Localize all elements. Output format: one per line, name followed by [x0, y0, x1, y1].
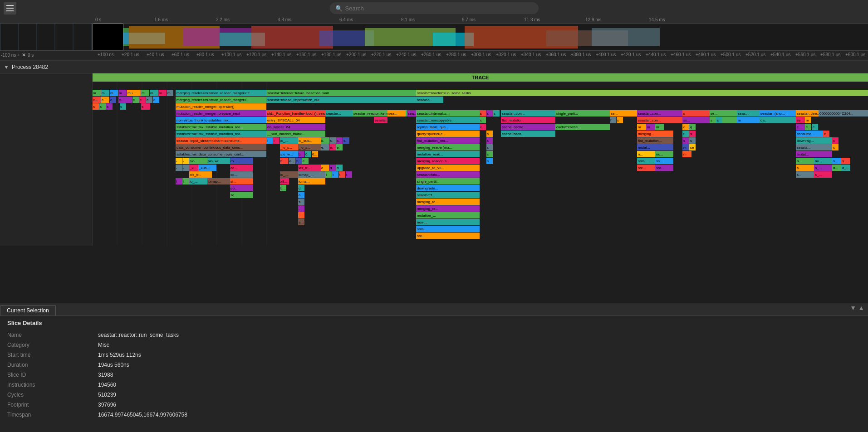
- svg-text:merging_reader_s...: merging_reader_s...: [417, 159, 450, 163]
- svg-text:flat_mutation_rea...: flat_mutation_rea...: [417, 139, 448, 143]
- svg-text:s: s: [487, 146, 489, 150]
- svg-text:seastar::input_stream<char>::c: seastar::input_stream<char>::consume...: [177, 139, 242, 143]
- process-header[interactable]: ▼ Process 28482: [0, 61, 868, 73]
- label-category: Category: [7, 342, 98, 348]
- value-start-time: 1ms 529us 112ns: [98, 352, 141, 358]
- svg-text:m...: m...: [102, 91, 108, 95]
- svg-text:d_...: d_...: [842, 166, 849, 170]
- search-input[interactable]: [345, 5, 533, 12]
- zoom-tick-400us: +400.1 us: [596, 52, 616, 57]
- zoom-tick-180us: +180.1 us: [321, 52, 341, 57]
- svg-text:io_...: io_...: [280, 139, 288, 143]
- svg-text:s: s: [683, 139, 685, 143]
- svg-text:seastar...: seastar...: [375, 118, 389, 122]
- svg-text:m: m: [738, 118, 741, 122]
- svg-text:io_sub...: io_sub...: [299, 139, 312, 143]
- trace-area[interactable]: TRACE m... m... m... m mu... m: [0, 73, 868, 246]
- zoom-tick-460us: +460.1 us: [671, 52, 691, 57]
- svg-text:co...: co...: [230, 173, 237, 177]
- svg-text:0...: 0...: [312, 152, 317, 156]
- svg-text:s: s: [690, 132, 692, 136]
- svg-text:c: c: [806, 125, 808, 129]
- overview-area[interactable]: [0, 24, 868, 51]
- svg-text:seastar::internal::c...: seastar::internal::c...: [417, 112, 450, 116]
- svg-text:mutation_read...: mutation_read...: [417, 152, 443, 156]
- svg-text:b.: b.: [321, 139, 324, 143]
- svg-text:c: c: [833, 146, 835, 150]
- svg-text:-: -: [183, 166, 184, 170]
- zoom-tick-500us: +500.1 us: [721, 52, 740, 57]
- svg-text:se...: se...: [711, 112, 717, 116]
- svg-text:iomap_...: iomap_...: [299, 173, 314, 177]
- overview-ruler: 0 s 1.6 ms 3.2 ms 4.8 ms 6.4 ms 8.1 ms 9…: [0, 16, 868, 24]
- label-footprint: Footprint: [7, 402, 98, 408]
- trace-label-text: TRACE: [472, 75, 489, 80]
- svg-text:downrag...: downrag...: [797, 139, 814, 143]
- label-name: Name: [7, 332, 98, 338]
- svg-text:d: d: [299, 186, 300, 190]
- ruler-mark-3.2ms: 3.2 ms: [216, 17, 230, 22]
- ruler-mark-12.9ms: 12.9 ms: [585, 17, 602, 22]
- overview-selection[interactable]: [93, 24, 123, 50]
- svg-text:d: d: [330, 166, 332, 170]
- svg-text:s: s: [120, 105, 122, 109]
- svg-text:c: c: [133, 98, 135, 102]
- svg-text:m: m: [119, 91, 122, 95]
- svg-text:q: q: [683, 125, 685, 129]
- svg-text:ss...: ss...: [656, 159, 663, 163]
- menu-button[interactable]: [4, 2, 16, 15]
- zoom-tick-240us: +240.1 us: [396, 52, 416, 57]
- svg-rect-295: [682, 110, 710, 116]
- ruler-mark-1.6ms: 1.6 ms: [154, 17, 168, 22]
- svg-text:entry_SYSCALL_64: entry_SYSCALL_64: [267, 118, 300, 122]
- svg-text:alo...: alo...: [190, 159, 197, 163]
- svg-text:00000000004C264...: 00000000004C264...: [819, 112, 853, 116]
- bottom-toolbar: ▼ ▲: [850, 304, 864, 311]
- svg-text:c: c: [833, 139, 835, 143]
- bottom-tabs: Current Selection ▼ ▲: [0, 303, 868, 316]
- flame-chart[interactable]: m... m... m... m mu... m m... m... m mer…: [93, 82, 868, 246]
- svg-text:merging_reader(mu...: merging_reader(mu...: [417, 146, 452, 150]
- svg-text:seastar::con...: seastar::con...: [638, 118, 661, 122]
- svg-text:e.: e.: [337, 146, 340, 150]
- svg-text:e.: e.: [330, 146, 333, 150]
- zoom-tick-580us: +580.1 us: [820, 52, 840, 57]
- expand-button[interactable]: ▲: [858, 304, 864, 311]
- svg-text:sst...: sst...: [656, 166, 664, 170]
- svg-text:s: s: [487, 159, 489, 163]
- svg-text:ss...: ss...: [683, 118, 690, 122]
- topbar: 🔍: [0, 0, 868, 16]
- zoom-tick-20us: +20.1 us: [122, 52, 139, 57]
- svg-text:s: s: [690, 139, 692, 143]
- value-cycles: 510239: [98, 392, 116, 398]
- svg-text:sst...: sst...: [638, 166, 646, 170]
- svg-text:s: s: [480, 112, 482, 116]
- svg-text:seastar::reactor::keme...: seastar::reactor::keme...: [353, 112, 392, 116]
- svg-text:io_...: io_...: [280, 173, 288, 177]
- zoom-tick-480us: +480.1 us: [696, 52, 716, 57]
- svg-text:a: a: [299, 193, 301, 197]
- svg-text:s: s: [683, 112, 685, 116]
- svg-text:-: -: [176, 166, 177, 170]
- zoom-controls: -100 ns + ✕ 0 s: [1, 52, 34, 58]
- svg-text:ssta...: ssta...: [638, 159, 647, 163]
- svg-text:s: s: [487, 132, 489, 136]
- ruler-mark-8.1ms: 8.1 ms: [401, 17, 415, 22]
- process-collapse-icon[interactable]: ▼: [4, 64, 9, 70]
- filter-button[interactable]: ▼: [850, 304, 856, 311]
- svg-text:n...: n...: [638, 152, 643, 156]
- zoom-tick-440us: +440.1 us: [646, 52, 666, 57]
- svg-text:mutation_...: mutation_...: [417, 214, 436, 218]
- svg-text:m...: m...: [110, 91, 116, 95]
- search-bar: 🔍: [330, 2, 539, 14]
- detail-row-duration: Duration 194us 560ns: [7, 360, 861, 370]
- svg-text:mutation_reader_merger::operat: mutation_reader_merger::operator(): [177, 105, 235, 109]
- tab-current-selection[interactable]: Current Selection: [0, 305, 56, 316]
- slice-details-title: Slice Details: [7, 320, 861, 326]
- svg-text:aio_w...: aio_w...: [280, 152, 293, 156]
- zoom-tick-40us: +40.1 us: [147, 52, 164, 57]
- svg-text:c: c: [480, 118, 482, 122]
- svg-text:s: s: [142, 105, 143, 109]
- svg-text:s: s: [494, 112, 495, 116]
- svg-text:seastar::futu...: seastar::futu...: [417, 173, 440, 177]
